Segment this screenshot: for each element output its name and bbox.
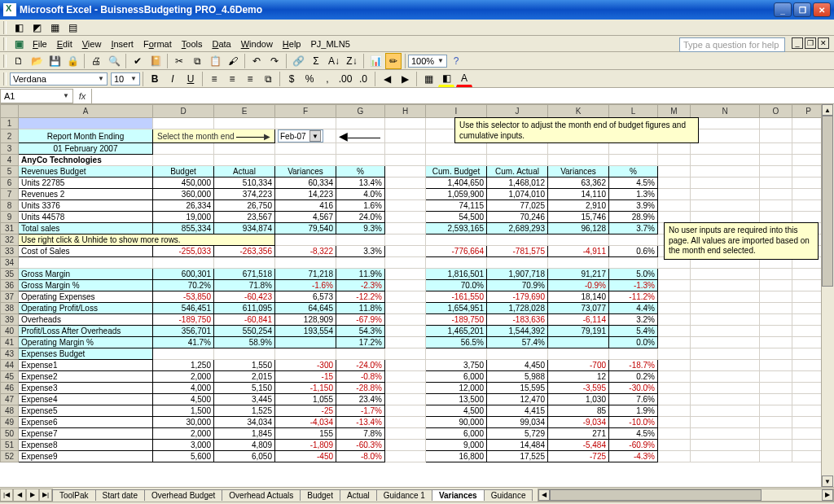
cell[interactable]: [385, 177, 426, 189]
row-header[interactable]: 34: [1, 257, 19, 269]
column-header[interactable]: F: [275, 105, 336, 118]
cell[interactable]: 01 February 2007: [19, 143, 153, 155]
cell[interactable]: [760, 189, 792, 200]
cell[interactable]: -1,809: [275, 440, 336, 451]
cell[interactable]: 416: [275, 200, 336, 212]
vscroll-thumb[interactable]: [822, 116, 833, 287]
cell[interactable]: [548, 143, 609, 155]
unknown-icon[interactable]: ◩: [29, 20, 45, 36]
cell[interactable]: [792, 155, 825, 166]
cell[interactable]: [385, 451, 426, 462]
cell[interactable]: 5.4%: [609, 326, 658, 337]
cell[interactable]: [214, 143, 275, 155]
cell[interactable]: Report Month Ending: [19, 129, 153, 143]
unknown-icon[interactable]: ▦: [46, 20, 63, 36]
tab-first-icon[interactable]: |◀: [0, 489, 13, 502]
cell[interactable]: 6,000: [426, 428, 487, 440]
cell[interactable]: Cum. Actual: [487, 166, 548, 177]
cell[interactable]: 1,544,392: [487, 326, 548, 337]
cell[interactable]: Units 3376: [19, 200, 153, 212]
cell[interactable]: [760, 303, 792, 314]
cell[interactable]: AnyCo Technologies: [19, 155, 153, 166]
cell[interactable]: 2,689,293: [487, 223, 548, 234]
column-header[interactable]: N: [691, 105, 760, 118]
cell[interactable]: [691, 440, 760, 451]
cell[interactable]: Use right click & Unhide to show more ro…: [19, 234, 275, 246]
cell[interactable]: [792, 428, 825, 440]
cell[interactable]: [691, 326, 760, 337]
cell[interactable]: [609, 155, 658, 166]
cell[interactable]: -1.3%: [609, 280, 658, 291]
toolbar-handle[interactable]: [3, 21, 7, 34]
row-header[interactable]: 4: [1, 155, 19, 166]
cell[interactable]: 90,000: [426, 417, 487, 428]
cell[interactable]: [385, 234, 426, 246]
cell[interactable]: [658, 143, 691, 155]
cell[interactable]: [792, 440, 825, 451]
cell[interactable]: [792, 383, 825, 394]
sheet-tab[interactable]: Guidance 1: [376, 489, 432, 501]
cell[interactable]: [760, 314, 792, 326]
cell[interactable]: [658, 360, 691, 371]
preview-icon[interactable]: 🔍: [106, 53, 122, 69]
cell[interactable]: [691, 200, 760, 212]
cell[interactable]: [792, 303, 825, 314]
cell[interactable]: Gross Margin: [19, 269, 153, 280]
cell[interactable]: -8,322: [275, 246, 336, 257]
cell[interactable]: [658, 291, 691, 303]
cell[interactable]: 1.6%: [336, 200, 385, 212]
decrease-indent-icon[interactable]: ◀: [379, 71, 395, 87]
row-header[interactable]: 50: [1, 428, 19, 440]
close-button[interactable]: ✕: [813, 2, 831, 17]
increase-indent-icon[interactable]: ▶: [397, 71, 413, 87]
row-header[interactable]: 39: [1, 314, 19, 326]
save-icon[interactable]: 💾: [46, 53, 63, 69]
cell[interactable]: 3.2%: [609, 314, 658, 326]
cell[interactable]: [658, 314, 691, 326]
row-header[interactable]: 9: [1, 212, 19, 223]
column-header[interactable]: H: [385, 105, 426, 118]
cell[interactable]: [658, 269, 691, 280]
cell[interactable]: 77,025: [487, 200, 548, 212]
cell[interactable]: 2,910: [548, 200, 609, 212]
cell[interactable]: 1,525: [214, 405, 275, 417]
cell[interactable]: [691, 166, 760, 177]
cell[interactable]: [691, 428, 760, 440]
cell[interactable]: [214, 348, 275, 360]
cell[interactable]: 17,525: [487, 451, 548, 462]
cell[interactable]: [792, 394, 825, 405]
menu-view[interactable]: View: [77, 37, 107, 50]
cell[interactable]: 26,750: [214, 200, 275, 212]
cell[interactable]: -4,034: [275, 417, 336, 428]
cell[interactable]: Expense7: [19, 428, 153, 440]
fx-button[interactable]: fx: [73, 91, 91, 101]
cell[interactable]: -700: [548, 360, 609, 371]
sheet-tab[interactable]: Guidance: [484, 489, 533, 501]
cell[interactable]: [609, 234, 658, 246]
cell[interactable]: [792, 166, 825, 177]
cell[interactable]: 30,000: [153, 417, 214, 428]
unknown-icon[interactable]: ◧: [11, 20, 27, 36]
italic-icon[interactable]: I: [165, 71, 181, 87]
toolbar-handle[interactable]: [3, 37, 7, 50]
cell[interactable]: 96,128: [548, 223, 609, 234]
cell[interactable]: 1,250: [153, 360, 214, 371]
cell[interactable]: Operating Margin %: [19, 337, 153, 348]
cell[interactable]: [275, 234, 336, 246]
cell[interactable]: -189,750: [153, 314, 214, 326]
cell[interactable]: [658, 200, 691, 212]
cell[interactable]: [760, 337, 792, 348]
row-header[interactable]: 51: [1, 440, 19, 451]
cell[interactable]: [658, 189, 691, 200]
cell[interactable]: [760, 451, 792, 462]
cell[interactable]: [658, 348, 691, 360]
cell[interactable]: -2.3%: [336, 280, 385, 291]
tab-last-icon[interactable]: ▶|: [39, 489, 52, 502]
cell[interactable]: Units 44578: [19, 212, 153, 223]
row-header[interactable]: 48: [1, 405, 19, 417]
cell[interactable]: [487, 348, 548, 360]
cell[interactable]: [658, 155, 691, 166]
cell[interactable]: [385, 280, 426, 291]
cell[interactable]: 71,218: [275, 269, 336, 280]
column-header[interactable]: K: [548, 105, 609, 118]
